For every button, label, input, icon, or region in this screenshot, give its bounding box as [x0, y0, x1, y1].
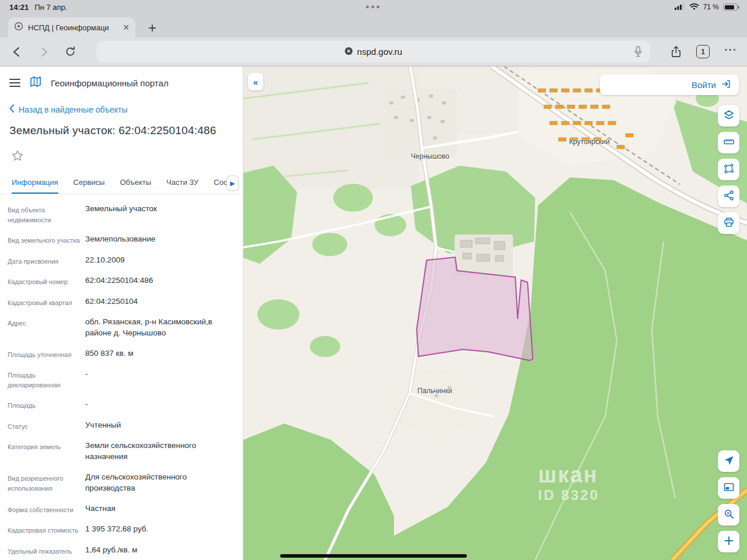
search-area-icon [723, 508, 735, 522]
close-tab-icon[interactable]: ✕ [123, 23, 130, 32]
clock: 14:21 [9, 3, 29, 12]
field-value: - [85, 369, 88, 380]
chevron-left-icon [9, 104, 14, 114]
page-title: Земельный участок: 62:04:2250104:486 [9, 124, 231, 137]
login-button[interactable]: Войти [600, 75, 739, 95]
field-label: Кадастровый квартал [8, 296, 85, 308]
field-value: 62:04:2250104 [85, 296, 138, 307]
field-row: Форма собственностиЧастная [0, 499, 243, 520]
field-label: Вид разрешенного использования [8, 472, 85, 493]
share-button[interactable] [718, 186, 739, 207]
wifi-icon [689, 3, 699, 12]
field-row: Кадастровый номер62:04:2250104:486 [0, 271, 243, 292]
site-settings-icon[interactable] [344, 47, 353, 57]
collapse-panel-icon[interactable]: « [248, 73, 263, 90]
field-value: обл. Рязанская, р-н Касимовский,в районе… [85, 317, 235, 339]
field-value: 850 837 кв. м [85, 348, 133, 359]
home-indicator[interactable] [280, 554, 467, 558]
tab-services[interactable]: Сервисы [74, 174, 105, 194]
field-label: Статус [8, 420, 85, 432]
map-tools-bottom [718, 450, 739, 552]
tab-objects[interactable]: Объекты [120, 174, 151, 194]
map-canvas[interactable]: ЧернышовоКрутоярскийПальчинки « Войти шк… [243, 66, 747, 560]
date: Пн 7 апр. [34, 3, 67, 12]
zoom-in-button[interactable] [718, 531, 739, 552]
field-row: Площадь- [0, 394, 243, 415]
field-row: Вид разрешенного использованияДля сельск… [0, 467, 243, 499]
field-label: Площадь декларированная [8, 369, 85, 390]
back-button[interactable] [11, 46, 23, 58]
field-value: Земли сельскохозяйственного назначения [85, 440, 235, 463]
overview-icon [723, 481, 735, 495]
measure-area-button[interactable] [718, 159, 739, 180]
fields-list: Вид объекта недвижимостиЗемельный участо… [0, 194, 243, 560]
ruler-button[interactable] [718, 132, 739, 153]
locate-icon [723, 454, 735, 468]
browser-tab[interactable]: НСПД | Геоинформаци ✕ [8, 18, 135, 37]
field-label: Площадь [8, 399, 85, 411]
field-label: Вид объекта недвижимости [8, 204, 85, 225]
browser-chrome: 14:21 Пн 7 апр. 71 % ●●● НСПД | Геоинфор… [0, 0, 747, 66]
field-row: Кадастровый квартал62:04:2250104 [0, 292, 243, 313]
reload-button[interactable] [64, 46, 76, 58]
field-value: 1,64 руб./кв. м [85, 545, 137, 556]
portal-title: Геоинформационный портал [51, 78, 169, 88]
field-row: Дата присвоения22.10.2009 [0, 250, 243, 271]
battery-icon [723, 4, 738, 10]
field-value: Учтенный [85, 420, 121, 431]
tabs-scroll-right-icon[interactable]: ▶ [226, 176, 239, 191]
field-value: 1 395 372,68 руб. [85, 524, 148, 535]
layers-icon [723, 109, 735, 123]
field-row: Вид земельного участкаЗемлепользование [0, 229, 243, 250]
measure-area-icon [723, 163, 735, 176]
favicon-icon [14, 22, 23, 33]
field-label: Дата присвоения [8, 255, 85, 267]
print-button[interactable] [718, 212, 739, 234]
browser-toolbar: nspd.gov.ru 1 ⋯ [0, 37, 747, 66]
field-value: Земельный участок [85, 204, 157, 215]
field-value: 22.10.2009 [85, 255, 125, 266]
field-value: 62:04:2250104:486 [85, 275, 153, 286]
field-row: Кадастровая стоимость1 395 372,68 руб. [0, 519, 243, 540]
field-row: СтатусУчтенный [0, 415, 243, 436]
field-row: Адресобл. Рязанская, р-н Касимовский,в р… [0, 312, 243, 344]
back-to-results-link[interactable]: Назад в найденные объекты [9, 104, 127, 114]
map-tiles [243, 66, 747, 560]
field-value: Частная [85, 503, 116, 514]
overview-button[interactable] [718, 477, 739, 499]
share-icon [723, 190, 735, 203]
field-value: Землепользование [85, 234, 155, 245]
field-label: Форма собственности [8, 503, 85, 515]
menu-icon[interactable] [9, 78, 20, 89]
tab-strip: НСПД | Геоинформаци ✕ + [0, 14, 747, 37]
search-area-button[interactable] [718, 504, 739, 526]
field-label: Вид земельного участка [8, 234, 85, 246]
layers-button[interactable] [718, 105, 739, 127]
field-row: Категория земельЗемли сельскохозяйственн… [0, 436, 243, 467]
tabs: ИнформацияСервисыОбъектыЧасти ЗУСостав [0, 174, 243, 194]
tab-information[interactable]: Информация [12, 174, 58, 194]
field-value: Для сельскохозяйственного производства [85, 472, 235, 494]
address-bar[interactable]: nspd.gov.ru [96, 41, 650, 62]
locate-button[interactable] [718, 450, 739, 472]
tab-zu-parts[interactable]: Части ЗУ [166, 174, 198, 194]
info-panel: Геоинформационный портал Назад в найденн… [0, 66, 243, 560]
field-row: Площадь уточненная850 837 кв. м [0, 344, 243, 365]
more-options-button[interactable]: ⋯ [724, 47, 736, 56]
field-label: Площадь уточненная [8, 348, 85, 360]
field-label: Категория земель [8, 440, 85, 452]
field-label: Кадастровая стоимость [8, 524, 85, 536]
tabs-overview-button[interactable]: 1 [696, 45, 710, 58]
multitask-dots-icon[interactable]: ●●● [365, 3, 381, 10]
battery-percent: 71 % [703, 3, 719, 11]
print-icon [723, 216, 735, 230]
new-tab-button[interactable]: + [148, 21, 156, 35]
forward-button[interactable] [37, 46, 50, 58]
cellular-signal-icon [675, 3, 685, 12]
zoom-in-icon [723, 535, 735, 548]
microphone-icon[interactable] [634, 46, 643, 60]
share-button[interactable] [670, 45, 682, 58]
map-tools-top [718, 105, 739, 234]
field-label: Адрес [8, 317, 85, 328]
favorite-star-icon[interactable] [11, 149, 25, 164]
